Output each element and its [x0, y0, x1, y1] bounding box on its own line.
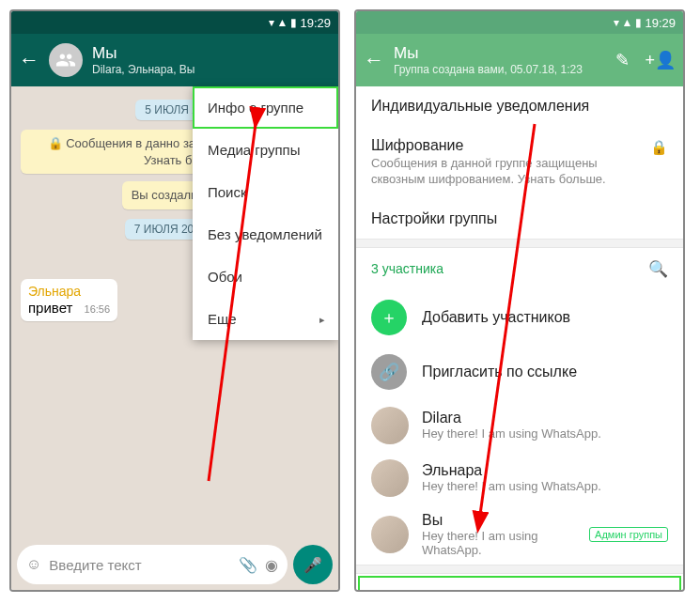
member-row[interactable]: Вы Hey there! I am using WhatsApp. Админ…: [356, 504, 683, 565]
row-add-participants[interactable]: ＋ Добавить участников: [356, 290, 683, 345]
menu-search[interactable]: Поиск: [193, 171, 338, 213]
attach-icon[interactable]: 📎: [239, 556, 257, 574]
sender-name: Эльнара: [28, 284, 110, 299]
message-input-bar: ☺ Введите текст 📎 ◉ 🎤: [11, 539, 338, 590]
avatar: [371, 407, 409, 444]
member-status: Hey there! I am using WhatsApp.: [422, 426, 668, 441]
back-icon[interactable]: ←: [19, 48, 39, 72]
avatar: [371, 516, 409, 553]
group-info-header: ← Мы Группа создана вами, 05.07.18, 1:23…: [356, 34, 683, 86]
participants-count: 3 участника: [371, 261, 443, 276]
row-exit-group[interactable]: ⇥ Выйти из группы: [356, 574, 683, 590]
overflow-menu: Инфо о группе Медиа группы Поиск Без уве…: [193, 86, 338, 340]
group-icon: [55, 50, 76, 70]
header-text[interactable]: Мы Dilara, Эльнара, Вы: [92, 44, 331, 76]
menu-group-media[interactable]: Медиа группы: [193, 129, 338, 171]
exit-icon: ⇥: [371, 587, 390, 590]
group-subtitle: Группа создана вами, 05.07.18, 1:23: [394, 63, 606, 76]
avatar: [371, 459, 409, 497]
member-status: Hey there! I am using WhatsApp.: [422, 529, 576, 557]
member-status: Hey there! I am using WhatsApp.: [422, 479, 668, 493]
exit-label: Выйти из группы: [411, 589, 527, 590]
member-name: Эльнара: [422, 462, 668, 479]
mic-icon: 🎤: [303, 556, 322, 574]
member-name: Dilara: [422, 410, 668, 426]
row-encryption[interactable]: Шифрование Сообщения в данной группе защ…: [356, 126, 683, 199]
chat-title: Мы: [92, 44, 331, 63]
row-custom-notifications[interactable]: Индивидуальные уведомления: [356, 86, 683, 126]
wifi-icon: ▾: [269, 16, 274, 29]
battery-icon: ▮: [635, 16, 642, 29]
message-input[interactable]: ☺ Введите текст 📎 ◉: [17, 545, 288, 584]
status-bar: ▾ ▲ ▮ 19:29: [356, 11, 683, 34]
add-person-icon: ＋: [371, 300, 407, 335]
chat-body: 5 ИЮЛЯ 20 🔒 Сообщения в данно защищены с…: [11, 86, 338, 539]
chat-subtitle: Dilara, Эльнара, Вы: [92, 63, 331, 76]
group-avatar[interactable]: [49, 43, 83, 77]
header-text: Мы Группа создана вами, 05.07.18, 1:23: [394, 44, 606, 76]
status-bar: ▾ ▲ ▮ 19:29: [11, 11, 338, 34]
camera-icon[interactable]: ◉: [265, 556, 278, 574]
mic-button[interactable]: 🎤: [293, 545, 333, 584]
chat-header[interactable]: ← Мы Dilara, Эльнара, Вы: [11, 34, 338, 86]
input-placeholder: Введите текст: [49, 557, 231, 573]
status-time: 19:29: [300, 16, 331, 30]
admin-badge: Админ группы: [589, 527, 668, 542]
status-time: 19:29: [645, 16, 676, 30]
encryption-desc: Сообщения в данной группе защищены сквоз…: [371, 156, 668, 188]
row-invite-link[interactable]: 🔗 Пригласить по ссылке: [356, 345, 683, 399]
add-person-icon[interactable]: +👤: [645, 50, 676, 70]
message-text: привет: [28, 300, 72, 316]
menu-mute[interactable]: Без уведомлений: [193, 213, 338, 256]
encryption-title: Шифрование: [371, 137, 463, 154]
divider: [356, 565, 683, 574]
signal-icon: ▲: [622, 16, 633, 29]
member-name: Вы: [422, 512, 576, 529]
group-title: Мы: [394, 44, 606, 63]
wifi-icon: ▾: [614, 16, 619, 29]
group-info-body: Индивидуальные уведомления Шифрование Со…: [356, 86, 683, 590]
row-group-settings[interactable]: Настройки группы: [356, 199, 683, 239]
participants-header: 3 участника 🔍: [356, 248, 683, 290]
link-icon: 🔗: [371, 354, 407, 390]
edit-icon[interactable]: ✎: [615, 50, 630, 70]
member-row[interactable]: Эльнара Hey there! I am using WhatsApp.: [356, 452, 683, 504]
search-icon[interactable]: 🔍: [648, 259, 668, 279]
menu-wallpaper[interactable]: Обои: [193, 256, 338, 298]
menu-group-info[interactable]: Инфо о группе: [193, 86, 338, 129]
lock-icon: 🔒: [650, 139, 668, 156]
phone-left: ▾ ▲ ▮ 19:29 ← Мы Dilara, Эльнара, Вы 5 И…: [9, 9, 340, 592]
back-icon[interactable]: ←: [364, 48, 384, 72]
message-time: 16:56: [85, 303, 111, 315]
signal-icon: ▲: [277, 16, 288, 29]
member-row[interactable]: Dilara Hey there! I am using WhatsApp.: [356, 399, 683, 452]
divider: [356, 239, 683, 248]
menu-more[interactable]: Еще ▸: [193, 298, 338, 340]
emoji-icon[interactable]: ☺: [26, 556, 41, 573]
battery-icon: ▮: [290, 16, 297, 29]
chevron-right-icon: ▸: [319, 313, 325, 325]
phone-right: ▾ ▲ ▮ 19:29 ← Мы Группа создана вами, 05…: [354, 9, 685, 592]
